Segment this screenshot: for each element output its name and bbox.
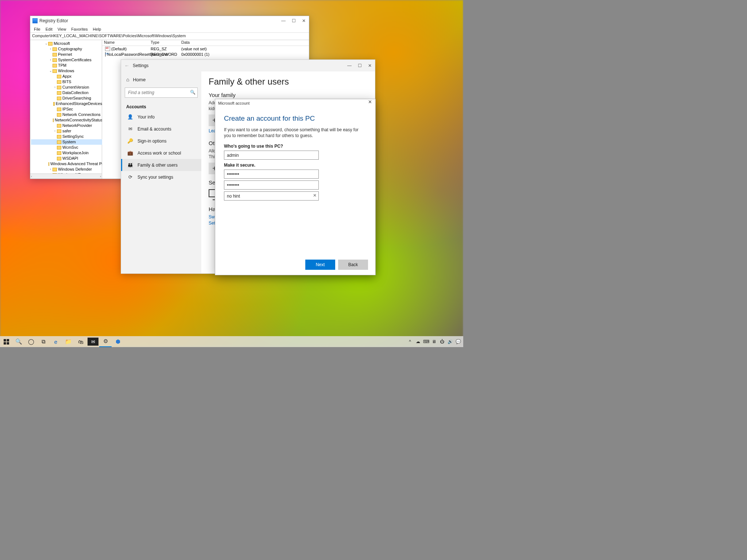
taskbar: 🔍 ◯ ⧉ e 📁 🛍 ✉ ⚙ ⬢ ^ ☁ ⌨ 🖥 ⏻ 🔊 💬: [0, 336, 463, 347]
menu-favorites[interactable]: Favorites: [69, 26, 90, 32]
username-label: Who's going to use this PC?: [224, 144, 367, 149]
tray-overflow-icon[interactable]: ^: [407, 339, 413, 345]
confirm-password-input[interactable]: [224, 180, 319, 190]
clear-hint-icon[interactable]: ✕: [313, 193, 317, 198]
username-input[interactable]: [224, 151, 319, 160]
tree-item[interactable]: TPM: [31, 63, 102, 68]
tree-item[interactable]: DataCollection: [31, 90, 102, 96]
list-header[interactable]: Name Type Data: [102, 40, 309, 46]
window-titlebar[interactable]: Registry Editor — ☐ ✕: [30, 16, 309, 26]
tree-item[interactable]: Appx: [31, 74, 102, 79]
back-button[interactable]: Back: [338, 260, 368, 270]
page-title: Family & other users: [209, 77, 368, 87]
settings-search[interactable]: 🔍: [125, 88, 198, 98]
tree-item[interactable]: Peernet: [31, 52, 102, 57]
action-center-icon[interactable]: 💬: [455, 339, 461, 345]
col-name[interactable]: Name: [102, 40, 151, 46]
dialog-titlebar[interactable]: Microsoft account ✕: [215, 99, 375, 107]
menu-file[interactable]: File: [32, 26, 43, 32]
window-title: Registry Editor: [39, 18, 68, 23]
close-button[interactable]: ✕: [299, 16, 309, 25]
registry-value-row[interactable]: NoLocalPasswordResetQuestionsREG_DWORD0x…: [102, 51, 309, 57]
microsoft-account-dialog: Microsoft account ✕ Create an account fo…: [215, 99, 376, 275]
col-type[interactable]: Type: [151, 40, 181, 46]
tree-item[interactable]: Windows Advanced Threat Protec: [31, 161, 102, 167]
tree-item[interactable]: ›Cryptography: [31, 46, 102, 52]
back-button[interactable]: ←: [121, 63, 133, 69]
mail-taskbar-icon[interactable]: ✉: [88, 338, 98, 346]
start-button[interactable]: [0, 336, 12, 347]
sidebar-category: Accounts: [121, 103, 201, 111]
maximize-button[interactable]: ☐: [355, 61, 365, 70]
sidebar-item-icon: ⟳: [127, 174, 133, 180]
search-input[interactable]: [125, 88, 198, 98]
password-input[interactable]: [224, 170, 319, 179]
onedrive-icon[interactable]: ☁: [415, 339, 421, 345]
file-explorer-taskbar-icon[interactable]: 📁: [62, 336, 74, 347]
sidebar-item[interactable]: 🔑Sign-in options: [121, 135, 201, 147]
tree-scrollbar[interactable]: ‹›: [30, 174, 102, 179]
svg-rect-3: [7, 342, 9, 345]
settings-taskbar-icon[interactable]: ⚙: [99, 336, 112, 347]
tree-item[interactable]: WSDAPI: [31, 156, 102, 161]
cortana-button[interactable]: ◯: [25, 336, 37, 347]
maximize-button[interactable]: ☐: [289, 16, 299, 25]
tree-item[interactable]: NetworkProvider: [31, 123, 102, 128]
tree-item[interactable]: ⌄Windows: [31, 68, 102, 74]
sidebar-item-icon: 🔑: [127, 138, 133, 144]
close-button[interactable]: ✕: [365, 61, 375, 70]
sidebar-item-label: Sign-in options: [138, 139, 166, 144]
minimize-button[interactable]: —: [344, 61, 355, 70]
sidebar-item[interactable]: 👪Family & other users: [121, 159, 201, 171]
tree-item[interactable]: Network Connections: [31, 112, 102, 117]
password-section-label: Make it secure.: [224, 163, 367, 168]
tree-item[interactable]: System: [31, 139, 102, 145]
search-button[interactable]: 🔍: [12, 336, 25, 347]
display-icon[interactable]: 🖥: [431, 339, 437, 345]
app-taskbar-icon[interactable]: ⬢: [112, 336, 124, 347]
store-taskbar-icon[interactable]: 🛍: [74, 336, 87, 347]
registry-tree[interactable]: ⌄Microsoft›CryptographyPeernet›SystemCer…: [30, 40, 102, 174]
tree-item[interactable]: ›Windows Defender: [31, 167, 102, 172]
tree-item[interactable]: BITS: [31, 79, 102, 85]
sidebar-item-label: Your info: [138, 114, 155, 120]
tree-item[interactable]: ›CurrentVersion: [31, 85, 102, 90]
tree-item[interactable]: IPSec: [31, 106, 102, 112]
tree-item[interactable]: WcmSvc: [31, 145, 102, 150]
sidebar-item[interactable]: ✉Email & accounts: [121, 123, 201, 135]
sidebar-home[interactable]: ⌂ Home: [121, 74, 201, 85]
window-titlebar[interactable]: ← Settings — ☐ ✕: [121, 60, 375, 71]
col-data[interactable]: Data: [181, 40, 309, 46]
minimize-button[interactable]: —: [278, 16, 289, 25]
svg-rect-1: [7, 339, 9, 342]
sidebar-item[interactable]: 👤Your info: [121, 111, 201, 123]
task-view-button[interactable]: ⧉: [37, 336, 50, 347]
password-hint-input[interactable]: [224, 191, 319, 201]
next-button[interactable]: Next: [305, 260, 335, 270]
tree-item[interactable]: ›safer: [31, 128, 102, 134]
tree-item[interactable]: SettingSync: [31, 134, 102, 139]
registry-value-row[interactable]: (Default)REG_SZ(value not set): [102, 46, 309, 51]
menu-view[interactable]: View: [55, 26, 69, 32]
svg-rect-0: [4, 339, 6, 342]
tree-item[interactable]: WorkplaceJoin: [31, 150, 102, 156]
home-icon: ⌂: [126, 77, 129, 82]
home-label: Home: [133, 77, 146, 82]
menu-help[interactable]: Help: [91, 26, 104, 32]
volume-icon[interactable]: 🔊: [447, 339, 453, 345]
edge-taskbar-icon[interactable]: e: [50, 336, 62, 347]
close-button[interactable]: ✕: [364, 99, 375, 107]
tree-item[interactable]: ›SystemCertificates: [31, 57, 102, 63]
power-icon[interactable]: ⏻: [439, 339, 445, 345]
tree-item[interactable]: NetworkConnectivityStatusIndic: [31, 117, 102, 123]
window-title: Settings: [133, 63, 148, 68]
tree-item[interactable]: ⌄Microsoft: [31, 41, 102, 46]
sidebar-item-icon: 👤: [127, 114, 133, 120]
input-icon[interactable]: ⌨: [423, 339, 429, 345]
sidebar-item[interactable]: ⟳Sync your settings: [121, 171, 201, 183]
menu-edit[interactable]: Edit: [43, 26, 55, 32]
tree-item[interactable]: EnhancedStorageDevices: [31, 101, 102, 106]
sidebar-item[interactable]: 💼Access work or school: [121, 147, 201, 159]
address-bar[interactable]: Computer\HKEY_LOCAL_MACHINE\SOFTWARE\Pol…: [30, 33, 309, 40]
tree-item[interactable]: DriverSearching: [31, 96, 102, 101]
